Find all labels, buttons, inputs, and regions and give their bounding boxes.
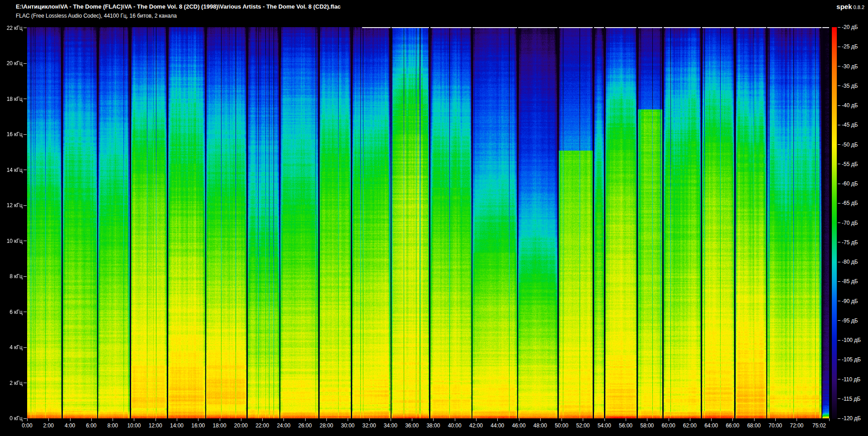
time-tick-label: 2:00 bbox=[38, 422, 59, 429]
time-tick-mark bbox=[433, 418, 434, 421]
freq-tick-label: 12 кГц bbox=[0, 202, 23, 209]
legend-tick-label: -60 дБ bbox=[842, 180, 867, 187]
freq-tick-mark bbox=[24, 418, 27, 419]
freq-tick-label: 6 кГц bbox=[0, 309, 23, 315]
legend-tick-mark bbox=[838, 85, 840, 86]
time-tick-mark bbox=[626, 418, 626, 421]
legend-tick-label: -95 дБ bbox=[842, 318, 867, 324]
legend-tick-label: -40 дБ bbox=[842, 102, 867, 109]
freq-tick-label: 16 кГц bbox=[0, 131, 23, 137]
legend-tick-mark bbox=[838, 398, 840, 399]
legend-tick-label: -100 дБ bbox=[842, 337, 867, 343]
time-tick-mark bbox=[797, 418, 797, 421]
time-tick-label: 42:00 bbox=[465, 422, 487, 429]
file-path-title: E:\Антициклон\VA - The Dome (FLAC)\VA - … bbox=[16, 3, 341, 10]
freq-tick-mark bbox=[24, 28, 27, 28]
legend-tick-label: -20 дБ bbox=[842, 24, 867, 30]
legend-tick-mark bbox=[838, 242, 840, 242]
legend-tick-label: -90 дБ bbox=[842, 298, 867, 304]
time-tick-mark bbox=[198, 418, 198, 421]
time-tick-mark bbox=[177, 418, 177, 421]
legend-tick-mark bbox=[838, 66, 840, 66]
legend-tick-mark bbox=[838, 223, 840, 223]
legend-tick-mark bbox=[838, 320, 840, 321]
freq-tick-mark bbox=[24, 63, 27, 64]
time-tick-mark bbox=[48, 418, 49, 421]
freq-tick-label: 10 кГц bbox=[0, 238, 23, 244]
legend-tick-label: -115 дБ bbox=[842, 396, 867, 402]
time-tick-label: 26:00 bbox=[294, 422, 316, 429]
legend-tick-label: -55 дБ bbox=[842, 161, 867, 167]
time-tick-label: 4:00 bbox=[59, 422, 81, 429]
time-tick-mark bbox=[241, 418, 241, 421]
time-tick-mark bbox=[455, 418, 455, 421]
time-tick-label: 54:00 bbox=[594, 422, 615, 429]
legend-tick-mark bbox=[838, 281, 840, 282]
freq-tick-mark bbox=[24, 312, 27, 312]
legend-tick-mark bbox=[838, 262, 840, 262]
time-tick-label: 70:00 bbox=[764, 422, 786, 429]
time-tick-label: 68:00 bbox=[743, 422, 765, 429]
db-colorbar bbox=[832, 27, 837, 419]
legend-tick-label: -120 дБ bbox=[842, 415, 867, 422]
time-tick-mark bbox=[604, 418, 605, 421]
time-tick-label: 28:00 bbox=[316, 422, 337, 429]
time-tick-label: 58:00 bbox=[636, 422, 658, 429]
time-tick-label: 10:00 bbox=[123, 422, 145, 429]
legend-tick-mark bbox=[838, 418, 840, 419]
time-tick-mark bbox=[561, 418, 562, 421]
time-tick-mark bbox=[262, 418, 263, 421]
freq-tick-mark bbox=[24, 347, 27, 348]
legend-tick-label: -65 дБ bbox=[842, 200, 867, 206]
legend-tick-label: -85 дБ bbox=[842, 278, 867, 284]
time-tick-label: 34:00 bbox=[380, 422, 401, 429]
freq-tick-mark bbox=[24, 276, 27, 277]
freq-tick-label: 2 кГц bbox=[0, 380, 23, 386]
time-tick-label: 24:00 bbox=[273, 422, 294, 429]
time-tick-label: 30:00 bbox=[337, 422, 359, 429]
time-tick-label: 46:00 bbox=[508, 422, 530, 429]
time-tick-label: 60:00 bbox=[658, 422, 679, 429]
time-tick-mark bbox=[412, 418, 412, 421]
time-tick-mark bbox=[669, 418, 669, 421]
time-tick-label: 22:00 bbox=[251, 422, 273, 429]
time-tick-label: 36:00 bbox=[401, 422, 423, 429]
freq-tick-label: 8 кГц bbox=[0, 273, 23, 280]
spek-window: E:\Антициклон\VA - The Dome (FLAC)\VA - … bbox=[0, 0, 868, 436]
legend-tick-label: -35 дБ bbox=[842, 83, 867, 89]
time-tick-mark bbox=[519, 418, 519, 421]
time-tick-label: 62:00 bbox=[679, 422, 701, 429]
time-tick-label: 75:02 bbox=[808, 422, 830, 429]
legend-tick-label: -110 дБ bbox=[842, 376, 867, 383]
time-tick-mark bbox=[583, 418, 583, 421]
app-version: 0.8.2 bbox=[854, 5, 864, 10]
legend-tick-mark bbox=[838, 47, 840, 47]
legend-tick-label: -80 дБ bbox=[842, 259, 867, 265]
legend-tick-label: -25 дБ bbox=[842, 43, 867, 50]
legend-tick-mark bbox=[838, 360, 840, 360]
time-tick-label: 14:00 bbox=[166, 422, 188, 429]
time-tick-label: 18:00 bbox=[209, 422, 231, 429]
time-tick-mark bbox=[540, 418, 541, 421]
time-tick-mark bbox=[775, 418, 776, 421]
freq-tick-mark bbox=[24, 134, 27, 135]
file-info-line: FLAC (Free Lossless Audio Codec), 44100 … bbox=[16, 13, 177, 19]
freq-tick-mark bbox=[24, 170, 27, 170]
legend-tick-label: -50 дБ bbox=[842, 142, 867, 148]
freq-tick-label: 0 кГц bbox=[0, 415, 23, 422]
time-tick-label: 50:00 bbox=[551, 422, 572, 429]
time-tick-mark bbox=[156, 418, 156, 421]
time-tick-label: 56:00 bbox=[615, 422, 637, 429]
time-tick-mark bbox=[305, 418, 306, 421]
time-tick-label: 64:00 bbox=[700, 422, 722, 429]
time-tick-mark bbox=[91, 418, 92, 421]
time-tick-label: 12:00 bbox=[145, 422, 166, 429]
legend-tick-label: -30 дБ bbox=[842, 63, 867, 70]
time-tick-mark bbox=[283, 418, 284, 421]
legend-tick-mark bbox=[838, 203, 840, 204]
freq-tick-mark bbox=[24, 241, 27, 241]
time-tick-label: 32:00 bbox=[359, 422, 380, 429]
time-tick-label: 40:00 bbox=[444, 422, 466, 429]
legend-tick-mark bbox=[838, 184, 840, 184]
time-tick-mark bbox=[348, 418, 348, 421]
